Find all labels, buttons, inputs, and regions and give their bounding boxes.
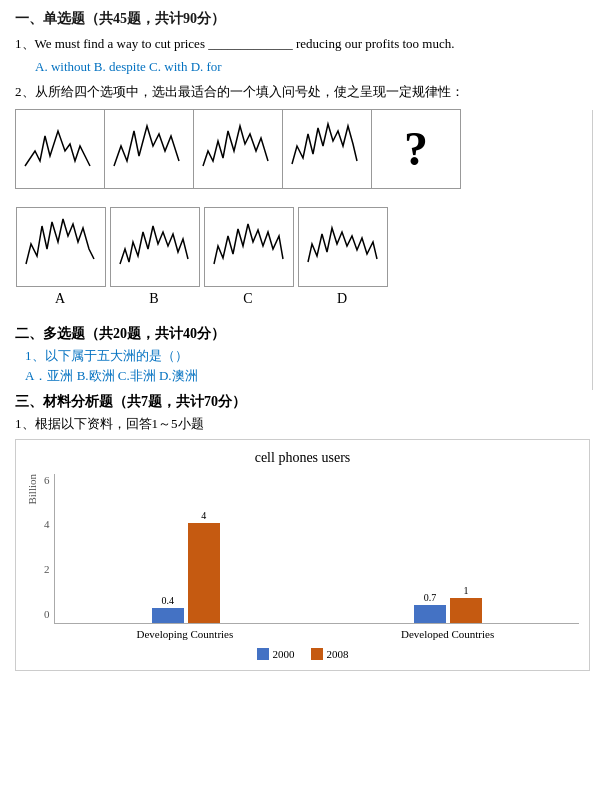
y-labels: 6 4 2 0 (44, 474, 50, 640)
bar-developed-2008: 1 (450, 585, 482, 623)
wave-svg-2 (109, 116, 189, 181)
pattern-cell-qmark: ? (371, 109, 461, 189)
answer-cell-B (110, 207, 200, 287)
bar-val-devd-2000: 0.7 (424, 592, 437, 603)
page: 一、单选题（共45题，共计90分） 1、We must find a way t… (0, 0, 605, 681)
bar-val-dev-2000: 0.4 (161, 595, 174, 606)
bars-developed: 0.7 1 (414, 473, 482, 623)
bar-developing-2008: 4 (188, 510, 220, 623)
legend-label-2008: 2008 (327, 648, 349, 660)
x-label-gap (296, 628, 336, 640)
pattern-cell-1 (15, 109, 105, 189)
section1-title: 一、单选题（共45题，共计90分） (15, 10, 590, 28)
chart-area: cell phones users Billion 6 4 2 0 (15, 439, 590, 671)
chart-with-yaxis: Billion 6 4 2 0 (26, 474, 579, 640)
q1-options: A. without B. despite C. with D. for (35, 59, 590, 75)
y-axis: Billion (26, 474, 40, 640)
pattern-cell-4 (282, 109, 372, 189)
legend-item-2000: 2000 (257, 648, 295, 660)
legend-label-2000: 2000 (273, 648, 295, 660)
wave-svg-B (115, 214, 195, 279)
answer-label-A: A (15, 291, 105, 307)
bar-developed-2000: 0.7 (414, 592, 446, 623)
pattern-area: ? A (15, 109, 590, 311)
bars-container: 0.4 4 (54, 474, 580, 624)
chart-legend: 2000 2008 (26, 648, 579, 660)
bars-developing: 0.4 4 (152, 473, 220, 623)
wave-svg-3 (198, 116, 278, 181)
bar-rect-dev-2000 (152, 608, 184, 623)
bar-group-developed: 0.7 1 (337, 473, 559, 623)
y-label-0: 0 (44, 608, 50, 620)
section1: 一、单选题（共45题，共计90分） 1、We must find a way t… (15, 10, 590, 311)
bar-val-dev-2008: 4 (201, 510, 206, 521)
bar-group-developing: 0.4 4 (75, 473, 297, 623)
section3-title: 三、材料分析题（共7题，共计70分） (15, 393, 590, 411)
bar-developing-2000: 0.4 (152, 595, 184, 623)
section2-q1-text: 1、以下属于五大洲的是（） (25, 347, 590, 365)
y-label-4: 4 (44, 518, 50, 530)
answer-option-C: C (203, 207, 293, 307)
y-label-2: 2 (44, 563, 50, 575)
bar-rect-dev-2008 (188, 523, 220, 623)
q2-text: 2、从所给四个选项中，选出最适合的一个填入问号处，使之呈现一定规律性： (15, 83, 590, 101)
answer-cell-D (298, 207, 388, 287)
pattern-row-top: ? (15, 109, 460, 189)
section2-title: 二、多选题（共20题，共计40分） (15, 325, 590, 343)
answer-option-B: B (109, 207, 199, 307)
answer-label-C: C (203, 291, 293, 307)
vertical-divider (592, 110, 593, 390)
answer-option-D: D (297, 207, 387, 307)
x-label-developed: Developed Countries (336, 628, 559, 640)
x-labels: Developing Countries Developed Countries (54, 624, 580, 640)
x-label-developing: Developing Countries (74, 628, 297, 640)
bar-rect-devd-2000 (414, 605, 446, 623)
chart-title: cell phones users (26, 450, 579, 466)
answer-cell-C (204, 207, 294, 287)
q1-text: 1、We must find a way to cut prices _____… (15, 34, 590, 55)
y-label-6: 6 (44, 474, 50, 486)
wave-svg-D (303, 214, 383, 279)
legend-box-2000 (257, 648, 269, 660)
wave-svg-1 (20, 116, 100, 181)
answer-label-D: D (297, 291, 387, 307)
answer-row: A B (15, 207, 391, 307)
answer-label-B: B (109, 291, 199, 307)
pattern-cell-2 (104, 109, 194, 189)
legend-item-2008: 2008 (311, 648, 349, 660)
legend-box-2008 (311, 648, 323, 660)
section2-q1-options: A．亚洲 B.欧洲 C.非洲 D.澳洲 (25, 367, 590, 385)
section3-q1-text: 1、根据以下资料，回答1～5小题 (15, 415, 590, 433)
section3: 三、材料分析题（共7题，共计70分） 1、根据以下资料，回答1～5小题 cell… (15, 393, 590, 671)
pattern-cell-3 (193, 109, 283, 189)
answer-option-A: A (15, 207, 105, 307)
wave-svg-C (209, 214, 289, 279)
bars-area: 0.4 4 (54, 474, 580, 640)
wave-svg-A (21, 214, 101, 279)
bar-val-devd-2008: 1 (463, 585, 468, 596)
wave-svg-4 (287, 116, 367, 181)
answer-cell-A (16, 207, 106, 287)
bar-rect-devd-2008 (450, 598, 482, 623)
section2: 二、多选题（共20题，共计40分） 1、以下属于五大洲的是（） A．亚洲 B.欧… (15, 325, 590, 385)
y-axis-title: Billion (26, 474, 38, 505)
